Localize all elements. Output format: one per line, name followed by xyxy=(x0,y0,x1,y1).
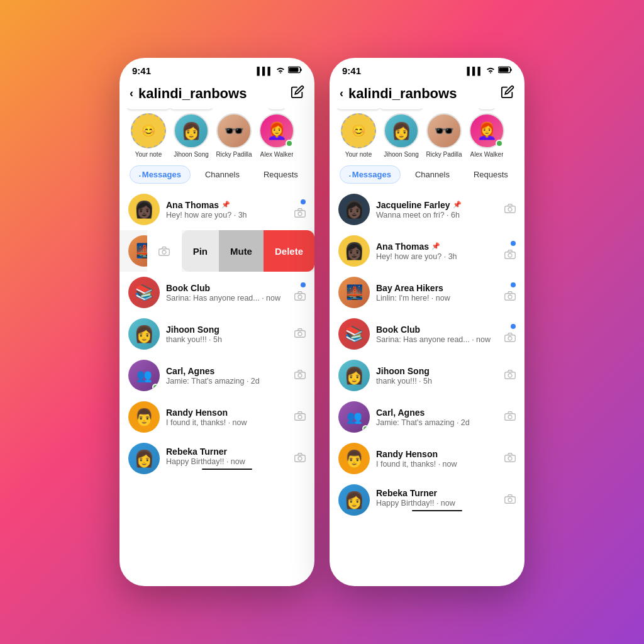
online-indicator-alex-r xyxy=(496,140,503,147)
svg-point-14 xyxy=(298,415,302,419)
message-item-ana[interactable]: 👩🏿 Ana Thomas 📌 Hey! how are you? · 3h xyxy=(119,189,314,230)
back-button[interactable]: ‹ xyxy=(130,87,133,100)
story-label-jihoon: Jihoon Song xyxy=(174,151,209,158)
messages-list-right: 👩🏿 Jacqueline Farley 📌 Wanna meet on fri… xyxy=(330,189,525,586)
camera-icon-bay-hikers-r xyxy=(504,291,516,303)
page-title-right: kalindi_ranbows xyxy=(348,86,457,102)
story-alex-r[interactable]: 👩‍🦰 Boo! Alex Walker xyxy=(465,113,508,158)
msg-content-ana-r: Ana Thomas 📌 Hey! how are you? · 3h xyxy=(376,242,498,261)
status-icons: ▌▌▌ xyxy=(257,66,302,75)
svg-point-10 xyxy=(298,332,302,336)
wifi-icon xyxy=(275,66,286,75)
camera-icon-carl xyxy=(294,370,306,382)
camera-icon-ana xyxy=(294,208,306,220)
signal-icon: ▌▌▌ xyxy=(257,67,273,75)
battery-icon xyxy=(288,66,302,75)
delete-button[interactable]: Delete xyxy=(264,230,314,272)
camera-icon-jacqueline xyxy=(504,204,516,216)
tab-channels[interactable]: Channels xyxy=(196,165,249,184)
tabs-right: •Messages Channels Requests xyxy=(330,165,525,184)
pin-button[interactable]: Pin xyxy=(182,230,219,272)
story-alex[interactable]: 👩‍🦰 Boo! Alex Walker xyxy=(255,113,298,158)
edit-button[interactable] xyxy=(291,85,304,102)
online-dot-carl xyxy=(152,384,159,391)
story-your-note-r[interactable]: 😊 Share a thought... Your note xyxy=(337,113,380,158)
page-title: kalindi_ranbows xyxy=(138,86,247,102)
avatar-rebeka: 👩 xyxy=(128,443,160,474)
message-item-bay-hikers-r[interactable]: 🌉 Bay Area Hikers Linlin: I'm here! · no… xyxy=(330,272,525,313)
message-item-carl-agnes-r[interactable]: 👥 Carl, Agnes Jamie: That's amazing · 2d xyxy=(330,396,525,438)
home-indicator-r xyxy=(412,510,462,511)
status-time: 9:41 xyxy=(132,65,151,76)
status-time-right: 9:41 xyxy=(342,65,361,76)
avatar-ana-r: 👩🏿 xyxy=(338,235,370,267)
message-item-randy[interactable]: 👨 Randy Henson I found it, thanks! · now xyxy=(119,396,314,438)
message-item-rebeka-r[interactable]: 👩 Rebeka Turner Happy Birthday!! · now xyxy=(330,479,525,521)
story-jihoon-r[interactable]: 👩 🏠Sea ranch this weekend? Jihoon Song xyxy=(380,113,423,158)
online-indicator-alex xyxy=(286,140,293,147)
msg-content-carl-agnes: Carl, Agnes Jamie: That's amazing · 2d xyxy=(166,366,288,386)
msg-content-rebeka-r: Rebeka Turner Happy Birthday!! · now xyxy=(376,488,498,513)
msg-content-jihoon-r: Jihoon Song thank you!!! · 5h xyxy=(376,366,498,386)
msg-content-ana: Ana Thomas 📌 Hey! how are you? · 3h xyxy=(166,200,288,219)
camera-icon-randy-r xyxy=(504,453,516,465)
story-avatar-ricky: 🕶️ xyxy=(216,113,252,148)
story-avatar-your-note: 😊 Share a thought... xyxy=(131,113,166,148)
message-item-carl-agnes[interactable]: 👥 Carl, Agnes Jamie: That's amazing · 2d xyxy=(119,355,314,396)
avatar-rebeka-r: 👩 xyxy=(338,484,370,516)
message-item-book-club[interactable]: 📚 Book Club Sarina: Has anyone read... ·… xyxy=(119,272,314,313)
story-ricky-r[interactable]: 🕶️ Ricky Padilla xyxy=(423,113,465,158)
story-label-ricky: Ricky Padilla xyxy=(216,151,252,158)
story-label-alex: Alex Walker xyxy=(260,151,294,158)
status-icons-right: ▌▌▌ xyxy=(467,66,512,75)
avatar-book-club-r: 📚 xyxy=(338,318,370,350)
story-jihoon[interactable]: 👩 🏠Sea ranch this weekend? Jihoon Song xyxy=(170,113,213,158)
avatar-carl-agnes: 👥 xyxy=(128,360,160,391)
message-item-jihoon[interactable]: 👩 Jihoon Song thank you!!! · 5h xyxy=(119,313,314,355)
tab-messages-r[interactable]: •Messages xyxy=(340,165,401,184)
tabs-left: •Messages Channels Requests xyxy=(119,165,314,184)
message-item-jacqueline[interactable]: 👩🏿 Jacqueline Farley 📌 Wanna meet on fri… xyxy=(330,189,525,230)
mute-button[interactable]: Mute xyxy=(219,230,264,272)
story-label-jihoon-r: Jihoon Song xyxy=(384,151,419,158)
edit-button-right[interactable] xyxy=(501,85,514,102)
swipe-actions: Pin Mute Delete xyxy=(147,230,314,272)
msg-content-book-club: Book Club Sarina: Has anyone read... · n… xyxy=(166,283,288,303)
camera-icon-rebeka xyxy=(294,453,306,465)
msg-content-bay-hikers-r: Bay Area Hikers Linlin: I'm here! · now xyxy=(376,283,498,303)
camera-icon-jihoon-r xyxy=(504,370,516,382)
unread-dot-book-club xyxy=(301,282,306,287)
msg-content-jacqueline: Jacqueline Farley 📌 Wanna meet on fri? ·… xyxy=(376,200,498,219)
header-left: ‹ kalindi_ranbows xyxy=(119,80,314,108)
msg-content-randy: Randy Henson I found it, thanks! · now xyxy=(166,408,288,427)
message-item-rebeka[interactable]: 👩 Rebeka Turner Happy Birthday!! · now xyxy=(119,438,314,479)
unread-dot-book-club-r xyxy=(511,324,516,329)
avatar-ana: 👩🏿 xyxy=(128,194,160,225)
story-avatar-your-note-r: 😊 Share a thought... xyxy=(341,113,376,148)
story-ricky[interactable]: 🕶️ Ricky Padilla xyxy=(213,113,255,158)
tab-channels-r[interactable]: Channels xyxy=(406,165,459,184)
home-indicator xyxy=(202,469,252,470)
svg-point-12 xyxy=(298,374,302,377)
status-bar-right: 9:41 ▌▌▌ xyxy=(330,58,525,80)
story-your-note[interactable]: 😊 Share a thought... Your note xyxy=(127,113,170,158)
camera-icon-book-club xyxy=(294,291,306,303)
tab-requests-r[interactable]: Requests xyxy=(464,165,518,184)
message-item-bay-hikers[interactable]: 🌉 Bay Area Hikers Linlin: I'm here! · no… xyxy=(119,230,314,272)
svg-point-33 xyxy=(508,457,512,460)
tab-messages[interactable]: •Messages xyxy=(130,165,191,184)
svg-point-35 xyxy=(508,498,512,502)
message-item-jihoon-r[interactable]: 👩 Jihoon Song thank you!!! · 5h xyxy=(330,355,525,396)
message-item-book-club-r[interactable]: 📚 Book Club Sarina: Has anyone read... ·… xyxy=(330,313,525,355)
story-label-your-note-r: Your note xyxy=(345,151,372,158)
message-item-randy-r[interactable]: 👨 Randy Henson I found it, thanks! · now xyxy=(330,438,525,479)
messages-list-left: 👩🏿 Ana Thomas 📌 Hey! how are you? · 3h 🌉… xyxy=(119,189,314,586)
stories-row-left: 😊 Share a thought... Your note 👩 🏠Sea ra… xyxy=(119,108,314,165)
stories-row-right: 😊 Share a thought... Your note 👩 🏠Sea ra… xyxy=(330,108,525,165)
back-button-right[interactable]: ‹ xyxy=(340,87,343,100)
message-item-ana-r[interactable]: 👩🏿 Ana Thomas 📌 Hey! how are you? · 3h xyxy=(330,230,525,272)
tab-requests[interactable]: Requests xyxy=(254,165,308,184)
avatar-randy-r: 👨 xyxy=(338,443,370,474)
svg-point-23 xyxy=(508,253,512,257)
svg-point-6 xyxy=(162,250,166,254)
